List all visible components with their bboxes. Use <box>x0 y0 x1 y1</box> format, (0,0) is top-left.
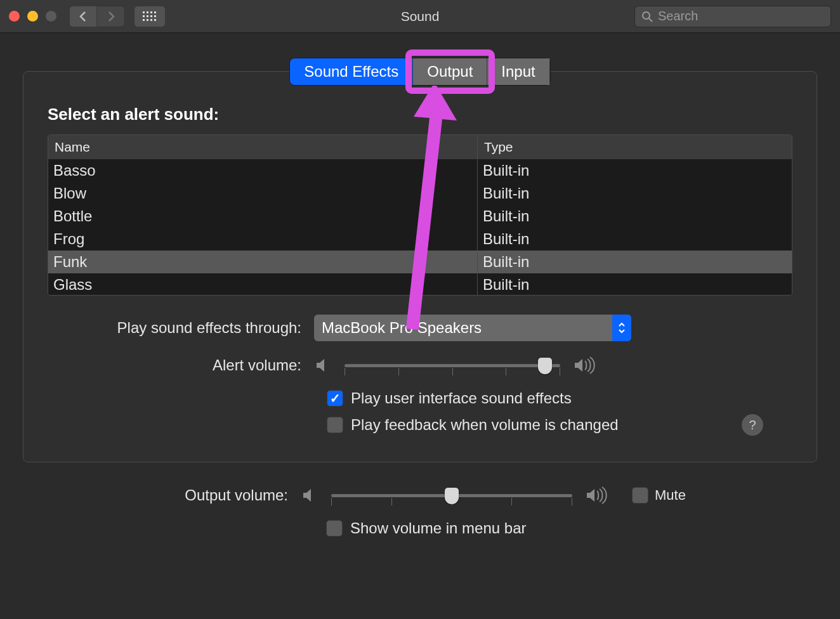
zoom-window-button[interactable] <box>46 11 56 22</box>
output-volume-section: Output volume: Mute <box>23 484 817 537</box>
table-body: BassoBuilt-inBlowBuilt-inBottleBuilt-inF… <box>48 159 792 295</box>
alert-volume-slider[interactable] <box>345 354 560 377</box>
svg-point-12 <box>643 12 650 19</box>
slider-thumb[interactable] <box>445 488 459 504</box>
cell-name: Blow <box>48 185 477 202</box>
cell-type: Built-in <box>477 159 792 182</box>
nav-back-forward <box>69 6 125 27</box>
play-feedback-checkbox[interactable] <box>327 417 343 433</box>
cell-name: Bottle <box>48 207 477 225</box>
svg-rect-4 <box>143 15 145 17</box>
svg-rect-0 <box>143 11 145 13</box>
table-row[interactable]: BassoBuilt-in <box>48 159 792 182</box>
svg-rect-6 <box>150 15 152 17</box>
output-volume-slider[interactable] <box>331 484 572 507</box>
close-window-button[interactable] <box>9 11 20 22</box>
back-button[interactable] <box>69 6 97 27</box>
help-button[interactable]: ? <box>742 414 763 436</box>
preferences-panel: Select an alert sound: Name Type BassoBu… <box>23 71 817 462</box>
forward-button[interactable] <box>97 6 125 27</box>
speaker-high-icon <box>584 486 609 505</box>
show-menu-label: Show volume in menu bar <box>350 519 526 537</box>
play-through-label: Play sound effects through: <box>48 319 314 337</box>
mute-label: Mute <box>655 487 686 504</box>
speaker-high-icon <box>572 356 597 375</box>
tab-input[interactable]: Input <box>487 58 549 85</box>
window-toolbar: Sound Search <box>0 0 840 33</box>
speaker-low-icon <box>314 356 333 375</box>
table-header: Name Type <box>48 135 792 159</box>
play-feedback-row[interactable]: Play feedback when volume is changed ? <box>327 416 792 434</box>
svg-rect-2 <box>150 11 152 13</box>
col-header-type[interactable]: Type <box>477 135 792 159</box>
show-all-preferences-button[interactable] <box>134 6 166 27</box>
cell-type: Built-in <box>477 182 792 205</box>
select-stepper-icon <box>612 315 631 341</box>
table-row[interactable]: BlowBuilt-in <box>48 182 792 205</box>
svg-rect-11 <box>154 19 156 21</box>
table-row[interactable]: FunkBuilt-in <box>48 251 792 273</box>
table-row[interactable]: FrogBuilt-in <box>48 228 792 251</box>
play-ui-sounds-row[interactable]: Play user interface sound effects <box>327 389 792 407</box>
svg-rect-5 <box>147 15 148 17</box>
alert-sounds-table: Name Type BassoBuilt-inBlowBuilt-inBottl… <box>48 134 792 296</box>
cell-type: Built-in <box>477 205 792 228</box>
play-ui-sounds-label: Play user interface sound effects <box>351 389 572 407</box>
tab-output[interactable]: Output <box>413 58 487 85</box>
speaker-low-icon <box>301 486 320 505</box>
play-through-select[interactable]: MacBook Pro Speakers <box>314 315 631 341</box>
svg-rect-1 <box>147 11 148 13</box>
show-menu-checkbox[interactable] <box>326 520 343 537</box>
search-placeholder: Search <box>658 9 698 23</box>
minimize-window-button[interactable] <box>27 11 38 22</box>
cell-name: Glass <box>48 276 477 294</box>
table-row[interactable]: GlassBuilt-in <box>48 273 792 295</box>
cell-type: Built-in <box>477 273 792 295</box>
svg-rect-3 <box>154 11 156 13</box>
cell-name: Funk <box>48 253 477 271</box>
svg-rect-7 <box>154 15 156 17</box>
svg-line-13 <box>649 18 652 22</box>
tab-bar: Sound Effects Output Input <box>23 58 817 85</box>
play-through-value: MacBook Pro Speakers <box>322 319 482 337</box>
show-menu-row[interactable]: Show volume in menu bar <box>326 519 793 537</box>
table-row[interactable]: BottleBuilt-in <box>48 205 792 228</box>
window-traffic-lights <box>9 11 56 22</box>
cell-type: Built-in <box>477 251 792 273</box>
mute-checkbox[interactable] <box>632 487 648 504</box>
play-feedback-label: Play feedback when volume is changed <box>351 416 619 434</box>
output-volume-label: Output volume: <box>47 486 301 504</box>
alert-volume-label: Alert volume: <box>48 356 314 374</box>
svg-rect-8 <box>143 19 145 21</box>
tab-sound-effects[interactable]: Sound Effects <box>290 58 413 85</box>
search-icon <box>641 11 653 22</box>
svg-rect-10 <box>150 19 152 21</box>
cell-name: Basso <box>48 162 477 179</box>
mute-row[interactable]: Mute <box>632 487 686 504</box>
cell-type: Built-in <box>477 228 792 251</box>
svg-rect-9 <box>147 19 148 21</box>
slider-thumb[interactable] <box>538 358 552 374</box>
search-field[interactable]: Search <box>634 6 831 27</box>
cell-name: Frog <box>48 230 477 248</box>
play-ui-sounds-checkbox[interactable] <box>327 390 343 407</box>
section-title: Select an alert sound: <box>48 105 792 124</box>
col-header-name[interactable]: Name <box>48 140 477 155</box>
